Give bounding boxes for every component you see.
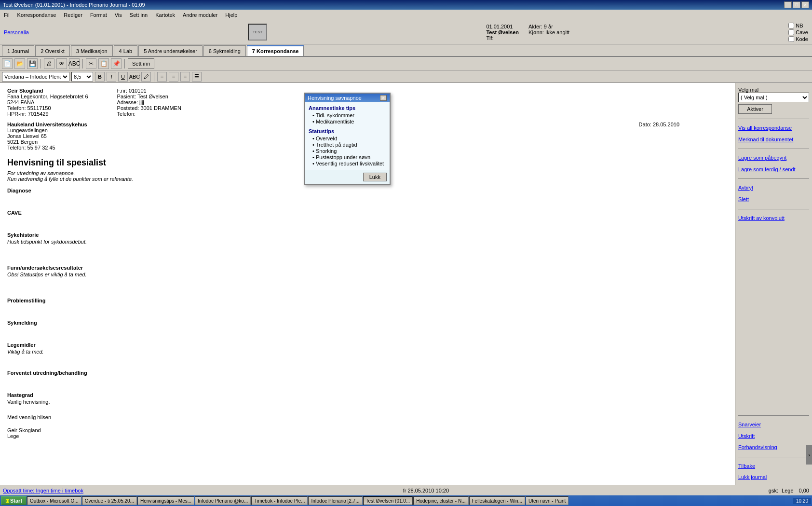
menu-format[interactable]: Format <box>88 11 109 19</box>
status-time-link[interactable]: Oppsatt time: Ingen time i timebok <box>3 488 83 493</box>
menu-rediger[interactable]: Rediger <box>62 11 84 19</box>
new-doc-button[interactable]: 📄 <box>2 58 13 69</box>
tab-andre[interactable]: 5 Andre undersøkelser <box>138 45 203 56</box>
size-select[interactable]: 8,5 <box>71 72 93 82</box>
doc-closing: Med vennlig hilsen Geir Skogland Lege <box>7 414 728 439</box>
underline-button[interactable]: U <box>118 72 128 82</box>
font-select[interactable]: Verdana – Infodoc Plenario <box>2 72 69 82</box>
taskbar-timebok[interactable]: Timebok - Infodoc Ple... <box>251 496 308 505</box>
menu-hjelp[interactable]: Hjelp <box>223 11 239 19</box>
signature-title: Lege <box>7 433 728 439</box>
tilbake-link[interactable]: Tilbake <box>738 462 809 471</box>
open-button[interactable]: 📂 <box>14 58 25 69</box>
section-funn-text: Obs! Statustips er viktig å ta med. <box>7 272 728 277</box>
popup-status-3: Pustestopp under søvn <box>312 154 386 160</box>
menu-fil[interactable]: Fil <box>2 11 12 19</box>
checkbox-kode: Kode <box>788 36 808 42</box>
checkbox-nb-label: NB <box>796 23 803 28</box>
personalia-link[interactable]: Personalia <box>4 29 29 35</box>
preview-button[interactable]: 👁 <box>56 58 67 69</box>
cut-button[interactable]: ✂ <box>86 58 96 69</box>
popup-status-1: Tretthet på dagtid <box>312 142 386 148</box>
close-button[interactable]: × <box>801 1 809 8</box>
taskbar-infodoc-ko[interactable]: Infodoc Plenario @ko... <box>195 496 251 505</box>
taskbar-henvisning[interactable]: Henvisningstips - Mes... <box>137 496 194 505</box>
menu-kartotek[interactable]: Kartotek <box>153 11 177 19</box>
utskrift-link[interactable]: Utskrift <box>738 432 809 441</box>
right-panel: Velg mal ( Velg mal ) Aktiver Vis all ko… <box>735 83 812 486</box>
mal-select[interactable]: ( Velg mal ) <box>738 93 809 102</box>
italic-button[interactable]: I <box>107 72 116 82</box>
lagre-paabegynt-link[interactable]: Lagre som påbegynt <box>738 154 809 163</box>
lukk-journal-link[interactable]: Lukk journal <box>738 473 809 482</box>
popup-tip-0: Tidl. sykdommer <box>312 112 386 118</box>
closing-text: Med vennlig hilsen <box>7 414 728 420</box>
section-hastegrad: Hastegrad Vanlig henvisning. <box>7 392 728 405</box>
signature-name: Geir Skogland <box>7 427 728 433</box>
print-button[interactable]: 🖨 <box>44 58 54 69</box>
list-button[interactable]: ☰ <box>192 72 202 82</box>
tab-korrespondanse[interactable]: 7 Korrespondanse <box>247 45 304 56</box>
from-name: Geir Skogland <box>7 88 88 94</box>
tab-oversikt[interactable]: 2 Oversikt <box>35 45 70 56</box>
slett-link[interactable]: Slett <box>738 195 809 204</box>
align-center-button[interactable]: ≡ <box>169 72 178 82</box>
toolbar-separator-2 <box>82 59 83 68</box>
vis-all-link[interactable]: Vis all korrespondanse <box>738 124 809 133</box>
checkbox-nb-input[interactable] <box>788 23 794 28</box>
popup-content: Anamnestiske tips Tidl. sykdommer Medika… <box>305 102 390 170</box>
patient-phone: Tlf: <box>486 35 519 41</box>
lagre-ferdig-link[interactable]: Lagre som ferdig / sendt <box>738 165 809 174</box>
sett-inn-button[interactable]: Sett inn <box>128 58 154 69</box>
taskbar-felleskatalogen[interactable]: Felleskatalogen - Win... <box>469 496 526 505</box>
patient-poststed: Poststed: 3001 DRAMMEN <box>117 105 181 111</box>
paste-button[interactable]: 📌 <box>111 58 122 69</box>
tab-journal[interactable]: 1 Journal <box>2 45 34 56</box>
copy-button[interactable]: 📋 <box>98 58 109 69</box>
tab-sykmelding[interactable]: 6 Sykmelding <box>203 45 246 56</box>
minimize-button[interactable]: _ <box>784 1 792 8</box>
taskbar-test-ovelsen[interactable]: Test Øvelsen (01.0... <box>363 496 413 505</box>
checkbox-kode-input[interactable] <box>788 36 794 42</box>
start-button[interactable]: ⊞ Start <box>1 496 27 505</box>
right-separator-3 <box>738 178 809 179</box>
maximize-button[interactable]: □ <box>793 1 800 8</box>
to-name: Haukeland Universitetssykehus <box>7 122 87 127</box>
patient-icon-text: TEST <box>253 30 262 34</box>
strikethrough-button[interactable]: ABC <box>130 72 139 82</box>
section-forventet-title: Forventet utredning/behandling <box>7 370 728 376</box>
tab-lab[interactable]: 4 Lab <box>114 45 138 56</box>
anamnestiske-title: Anamnestiske tips <box>309 105 386 111</box>
document-area[interactable]: Geir Skogland Fana Legekontor, Høgsetebr… <box>0 83 735 486</box>
spell-button[interactable]: ABC <box>69 58 80 69</box>
avbryt-link[interactable]: Avbryt <box>738 184 809 192</box>
popup-status-4: Vesentlig redusert livskvalitet <box>312 161 386 166</box>
snarveier-link[interactable]: Snarveier <box>738 421 809 429</box>
tabs-bar: 1 Journal 2 Oversikt 3 Medikasjon 4 Lab … <box>0 44 812 57</box>
align-right-button[interactable]: ≡ <box>180 72 190 82</box>
taskbar-paint[interactable]: Uten navn - Paint <box>526 496 568 505</box>
forhandsvisning-link[interactable]: Forhåndsvisning <box>738 443 809 452</box>
lukk-button[interactable]: Lukk <box>363 173 387 181</box>
menu-vis[interactable]: Vis <box>113 11 124 19</box>
checkbox-cave-input[interactable] <box>788 29 794 35</box>
bold-button[interactable]: B <box>95 72 105 82</box>
taskbar-outbox[interactable]: Outbox - Microsoft O... <box>27 496 81 505</box>
popup-close-button[interactable]: × <box>380 95 387 101</box>
utskrift-konvolutt-link[interactable]: Utskrift av konvolutt <box>738 214 809 223</box>
tab-medikasjon[interactable]: 3 Medikasjon <box>71 45 113 56</box>
aktiver-button[interactable]: Aktiver <box>738 104 772 114</box>
clock: 10:20 <box>793 498 811 504</box>
taskbar-infodoc-2[interactable]: Infodoc Plenario [2.7... <box>308 496 362 505</box>
save-button[interactable]: 💾 <box>27 58 38 69</box>
taskbar-hodepine[interactable]: Hodepine, cluster - N... <box>413 496 468 505</box>
merknad-link[interactable]: Merknad til dokumentet <box>738 136 809 144</box>
menu-sett-inn[interactable]: Sett inn <box>128 11 149 19</box>
taskbar-overdue[interactable]: Overdue - ti 25.05.20... <box>82 496 137 505</box>
menu-korrespondanse[interactable]: Korrespondanse <box>15 11 58 19</box>
menu-andre-moduler[interactable]: Andre moduler <box>181 11 219 19</box>
section-problemstilling: Problemstilling <box>7 298 728 314</box>
section-hastegrad-text: Vanlig henvisning. <box>7 399 728 405</box>
align-left-button[interactable]: ≡ <box>157 72 167 82</box>
highlight-button[interactable]: 🖊 <box>141 72 151 82</box>
